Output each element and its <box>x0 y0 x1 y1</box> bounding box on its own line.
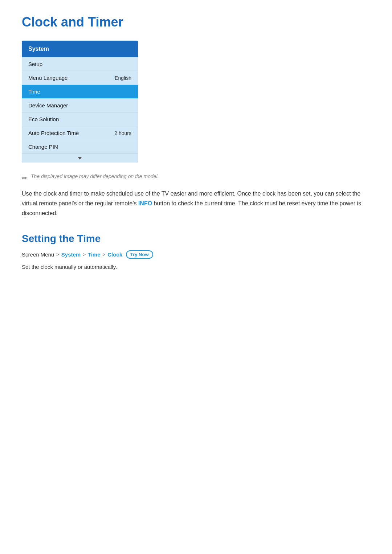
try-now-button[interactable]: Try Now <box>126 250 153 259</box>
breadcrumb-time[interactable]: Time <box>88 251 101 258</box>
breadcrumb-prefix: Screen Menu <box>22 251 54 258</box>
menu-header: System <box>22 41 138 57</box>
menu-item-label: Setup <box>28 61 42 67</box>
menu-item-label: Time <box>28 89 40 95</box>
breadcrumb-system[interactable]: System <box>61 251 81 258</box>
note-row: ✏ The displayed image may differ dependi… <box>22 173 370 182</box>
breadcrumb-clock[interactable]: Clock <box>107 251 122 258</box>
menu-item-label: Device Manager <box>28 102 68 108</box>
menu-chevron-row <box>22 154 138 163</box>
menu-item-label: Menu Language <box>28 75 68 81</box>
breadcrumb-sep-2: > <box>83 252 86 257</box>
menu-item-change-pin[interactable]: Change PIN <box>22 140 138 154</box>
chevron-down-icon <box>78 157 82 160</box>
menu-item-setup[interactable]: Setup <box>22 57 138 71</box>
menu-item-menu-language[interactable]: Menu Language English <box>22 71 138 85</box>
info-highlight: INFO <box>138 200 152 206</box>
note-text: The displayed image may differ depending… <box>31 173 159 179</box>
page-title: Clock and Timer <box>22 15 370 30</box>
breadcrumb-sep-1: > <box>56 252 59 257</box>
sub-description: Set the clock manually or automatically. <box>22 262 370 272</box>
breadcrumb-sep-3: > <box>103 252 106 257</box>
menu-item-eco-solution[interactable]: Eco Solution <box>22 112 138 126</box>
pencil-icon: ✏ <box>22 174 27 182</box>
breadcrumb: Screen Menu > System > Time > Clock Try … <box>22 250 370 259</box>
description-paragraph: Use the clock and timer to make schedule… <box>22 189 370 218</box>
menu-item-auto-protection-time[interactable]: Auto Protection Time 2 hours <box>22 126 138 140</box>
menu-item-value: English <box>115 75 131 81</box>
menu-item-value: 2 hours <box>114 130 131 136</box>
menu-panel: System Setup Menu Language English Time … <box>22 41 138 163</box>
menu-item-device-manager[interactable]: Device Manager <box>22 99 138 112</box>
menu-item-label: Auto Protection Time <box>28 130 79 136</box>
menu-item-time[interactable]: Time <box>22 85 138 99</box>
section-title-setting-the-time: Setting the Time <box>22 233 370 245</box>
menu-item-label: Eco Solution <box>28 116 59 122</box>
menu-item-label: Change PIN <box>28 144 58 150</box>
